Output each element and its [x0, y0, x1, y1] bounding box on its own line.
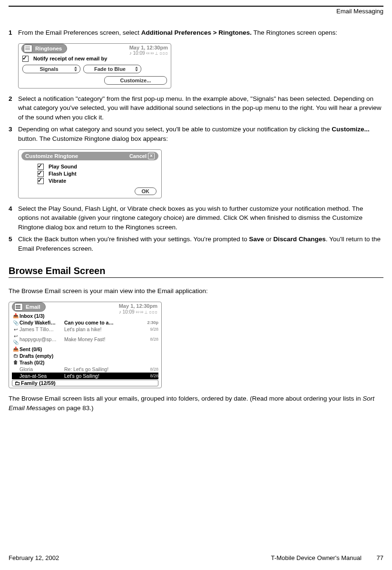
trash-icon: 🗑 [12, 359, 20, 366]
step-5: 5 Click the Back button when you're fini… [9, 235, 383, 253]
header-section: Email Messaging [9, 8, 383, 15]
folder-icon: 🗀 [13, 380, 21, 386]
folder-label: Sent (0/6) [20, 346, 42, 353]
notify-label: Notify receipt of new email by [33, 56, 107, 61]
drafts-icon: 🗀 [12, 353, 20, 359]
bold-text: Customize... [332, 126, 370, 133]
category-select[interactable]: Signals [22, 65, 80, 73]
footer-date: February 12, 2002 [9, 554, 59, 561]
customize-row: Customize... [19, 75, 171, 86]
close-icon: × [148, 153, 155, 159]
sent-icon: 📤 [12, 346, 20, 353]
flash-light-row: Flash Light [38, 170, 157, 177]
titlebar: Email [12, 302, 158, 312]
list-item-selected[interactable]: Jean-at-Sea Let's go Sailing! 8/28 [12, 373, 158, 379]
vibrate-row: Vibrate [38, 177, 157, 185]
folder-label: Inbox (1/3) [20, 313, 45, 319]
titlebar: Ringtones [21, 44, 168, 53]
inbox-icon: 📥 [12, 313, 20, 319]
play-sound-label: Play Sound [49, 164, 77, 169]
title-pill: Ringtones [21, 44, 67, 53]
email-list: 📥 Inbox (1/3) 📎 Cindy Wakefi… Can you co… [9, 313, 161, 388]
time: 2:30p [141, 320, 158, 325]
folder-trash[interactable]: 🗑 Trash (0/2) [12, 359, 158, 366]
title-label: Email [26, 304, 40, 310]
from: happyguy@sp… [20, 336, 64, 343]
section-heading: Browse Email Screen [9, 265, 383, 276]
customize-button[interactable]: Customize... [104, 76, 167, 85]
step-number: 5 [9, 235, 18, 244]
section-rule [9, 277, 383, 278]
play-sound-row: Play Sound [38, 163, 157, 170]
step-text: Depending on what category and sound you… [18, 125, 383, 143]
text: The Browse Email screen lists all your e… [9, 395, 363, 402]
text: Depending on what category and sound you… [18, 126, 332, 133]
app-icon [24, 45, 32, 52]
notify-checkbox[interactable] [22, 56, 29, 62]
folder-sent[interactable]: 📤 Sent (0/6) [12, 346, 158, 353]
from: Gloria [20, 366, 64, 373]
list-item[interactable]: ↩ James T Tillo… Let's plan a hike! 9/28 [12, 326, 158, 333]
dialog-title: Customize Ringtone [25, 153, 78, 159]
bold-text: Discard Changes [273, 236, 325, 243]
footer-right: T-Mobile Device Owner's Manual 77 [271, 554, 383, 561]
title-label: Ringtones [35, 46, 62, 51]
subject: Make Money Fast! [64, 336, 141, 343]
folder-label: Family (12/59) [21, 380, 56, 386]
from: Jean-at-Sea [20, 373, 64, 379]
step-3: 3 Depending on what category and sound y… [9, 125, 383, 143]
list-item[interactable]: ↩📎 happyguy@sp… Make Money Fast! 8/28 [12, 333, 158, 346]
step-4: 4 Select the Play Sound, Flash Light, or… [9, 204, 383, 232]
from: Cindy Wakefi… [20, 319, 64, 326]
replied-icon: ↩ [12, 326, 20, 333]
vibrate-checkbox[interactable] [38, 178, 44, 184]
dialog-body: Play Sound Flash Light Vibrate [19, 162, 161, 187]
from: James T Tillo… [20, 326, 64, 333]
step-number: 4 [9, 204, 18, 214]
dialog-titlebar: Customize Ringtone Cancel × [21, 152, 158, 160]
step-text: From the Email Preferences screen, selec… [18, 28, 383, 38]
header-rule [9, 6, 383, 7]
attachment-icon: 📎 [12, 320, 20, 326]
flash-light-checkbox[interactable] [38, 171, 44, 177]
folder-label: Trash (0/2) [20, 359, 45, 366]
step-text: Select the Play Sound, Flash Light, or V… [18, 204, 383, 232]
list-item[interactable]: 📎 Cindy Wakefi… Can you come to a… 2:30p [12, 319, 158, 326]
email-icon [14, 303, 23, 311]
step-number: 3 [9, 125, 18, 134]
play-sound-checkbox[interactable] [38, 164, 44, 170]
popup-row: Signals Fade to Blue [19, 63, 171, 75]
sound-select[interactable]: Fade to Blue [83, 65, 141, 73]
cancel-button[interactable]: Cancel × [129, 153, 155, 159]
text: Click the Back button when you're finish… [18, 236, 249, 243]
time: 8/28 [141, 366, 158, 372]
folder-drafts[interactable]: 🗀 Drafts (empty) [12, 353, 158, 359]
step-number: 2 [9, 94, 18, 104]
vibrate-label: Vibrate [49, 178, 66, 184]
bold-text: Save [249, 236, 264, 243]
ok-button[interactable]: OK [135, 187, 157, 195]
intro-paragraph: The Browse Email screen is your main vie… [9, 286, 383, 296]
subject: Can you come to a… [64, 319, 141, 326]
flash-light-label: Flash Light [49, 171, 77, 177]
subject: Re: Let's go Sailing! [64, 366, 141, 373]
subject: Let's go Sailing! [64, 373, 141, 379]
bold-text: Additional Preferences > Ringtones. [141, 29, 252, 36]
folder-label: Drafts (empty) [20, 353, 53, 359]
step-text: Select a notification "category" from th… [18, 94, 383, 122]
list-item[interactable]: Gloria Re: Let's go Sailing! 8/28 [12, 366, 158, 373]
replied-attachment-icon: ↩📎 [12, 333, 20, 346]
time: 8/28 [141, 336, 158, 342]
footer-title: T-Mobile Device Owner's Manual [271, 554, 362, 561]
footer-page-number: 77 [377, 554, 383, 561]
ringtones-screen: May 1, 12:30pm ♪ 10:09 ‹‹·›› ⟂ ▯▯▯ Ringt… [18, 43, 171, 88]
folder-family[interactable]: 🗀 Family (12/59) [12, 380, 158, 386]
time: 9/28 [141, 326, 158, 332]
title-pill: Email [12, 302, 46, 312]
text: button. The Customize Ringtone dialog bo… [18, 135, 168, 142]
text: on page 83.) [56, 404, 94, 412]
cancel-label: Cancel [129, 153, 147, 159]
text: The Ringtones screen opens: [252, 29, 337, 36]
text: From the Email Preferences screen, selec… [18, 29, 141, 36]
ok-row: OK [19, 187, 161, 198]
